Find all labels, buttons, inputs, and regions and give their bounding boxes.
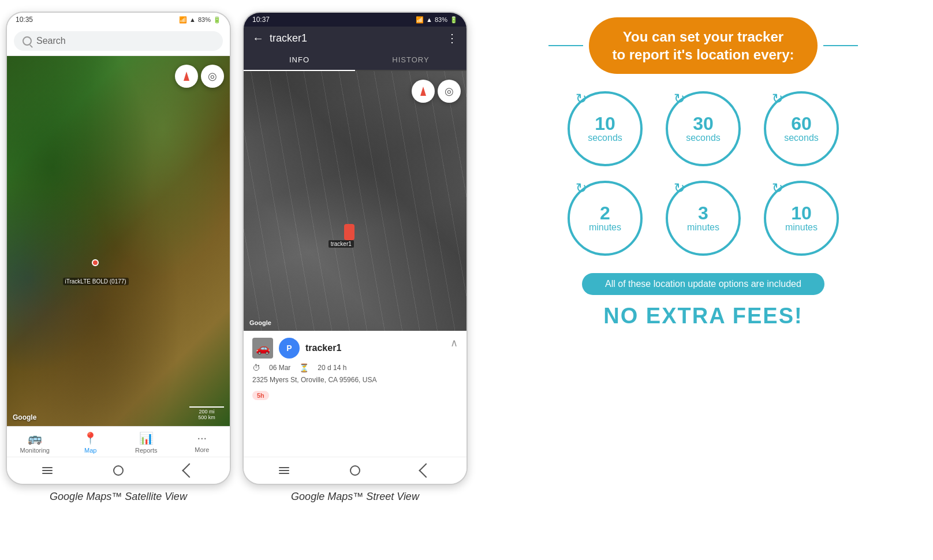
street-map[interactable]: ◎ tracker1 Google bbox=[244, 71, 466, 331]
google-logo: Google bbox=[13, 413, 36, 421]
clock-icon: ⏱ bbox=[252, 363, 260, 372]
sys-home-btn[interactable] bbox=[110, 462, 127, 479]
phone2-tabs: INFO HISTORY bbox=[244, 50, 466, 71]
battery-text: 83% bbox=[198, 16, 211, 23]
monitoring-label: Monitoring bbox=[20, 447, 50, 454]
phone1-time: 10:35 bbox=[16, 16, 33, 24]
time-number-10sec: 10 bbox=[595, 114, 615, 133]
info-date: 06 Mar bbox=[269, 364, 290, 372]
sys2-home-btn[interactable] bbox=[346, 462, 364, 479]
phone2-wrapper: 10:37 📶 ▲ 83% 🔋 ← tracker1 ⋮ INFO bbox=[242, 12, 468, 503]
satellite-map[interactable]: ◎ iTrackLTE BOLD (0177) Google 200 mi 50… bbox=[7, 56, 230, 426]
tracker-avatar: P bbox=[279, 338, 300, 359]
google-logo2: Google bbox=[249, 319, 271, 326]
search-bar[interactable]: Search bbox=[7, 27, 230, 56]
search-input-container[interactable]: Search bbox=[14, 31, 223, 51]
sys2-lines-btn[interactable] bbox=[275, 462, 293, 479]
satellite-overlay bbox=[7, 56, 230, 426]
badge-5h: 5h bbox=[252, 391, 269, 400]
nav-more[interactable]: ··· More bbox=[185, 431, 219, 454]
monitoring-icon: 🚌 bbox=[28, 431, 42, 445]
location-icon2: ◎ bbox=[445, 85, 454, 98]
info-duration: 20 d 14 h bbox=[318, 364, 346, 372]
time-circle-30sec: 30 seconds bbox=[666, 91, 741, 166]
timer-icon: ⏳ bbox=[299, 363, 309, 372]
map-marker bbox=[92, 259, 103, 271]
chevron-up-icon[interactable]: ∧ bbox=[450, 337, 458, 349]
circle-3min: 3 minutes bbox=[666, 181, 741, 256]
phone2-status-bar: 10:37 📶 ▲ 83% 🔋 bbox=[244, 13, 466, 27]
time-unit-3min: minutes bbox=[687, 222, 719, 233]
scale-bar: 200 mi 500 km bbox=[189, 406, 224, 420]
system-nav-bar bbox=[7, 457, 230, 484]
sys2-back-btn[interactable] bbox=[417, 462, 435, 479]
search-icon bbox=[23, 36, 32, 46]
marker-dot bbox=[92, 259, 99, 266]
more-label: More bbox=[195, 446, 209, 453]
phone1-wrapper: 10:35 📶 ▲ 83% 🔋 Search bbox=[6, 12, 231, 503]
sys2-lines-icon bbox=[279, 467, 289, 474]
no-extra-fees: NO EXTRA FEES! bbox=[603, 304, 803, 328]
info-panel: ∧ 🚗 P tracker1 ⏱ 06 Mar ⏳ 20 d 14 h 2325… bbox=[244, 331, 466, 457]
nav-reports[interactable]: 📊 Reports bbox=[129, 431, 163, 454]
sys-back-btn[interactable] bbox=[181, 462, 198, 479]
scale-line bbox=[189, 406, 224, 408]
parking-lines bbox=[244, 71, 466, 331]
circles-grid: 10 seconds 30 seconds 60 seconds 2 minut… bbox=[568, 91, 839, 256]
time-unit-10sec: seconds bbox=[588, 133, 622, 143]
nav-map[interactable]: 📍 Map bbox=[73, 431, 108, 454]
location-button2[interactable]: ◎ bbox=[438, 80, 461, 103]
info-address: 2325 Myers St, Oroville, CA 95966, USA bbox=[252, 376, 458, 384]
infographic-section: You can set your trackerto report it's l… bbox=[473, 0, 933, 346]
info-tracker-name: tracker1 bbox=[305, 343, 341, 353]
p2-battery-text: 83% bbox=[435, 16, 447, 23]
phone1-status-bar: 10:35 📶 ▲ 83% 🔋 bbox=[7, 13, 230, 27]
map-icon: 📍 bbox=[83, 431, 98, 445]
phone1-frame: 10:35 📶 ▲ 83% 🔋 Search bbox=[6, 12, 231, 485]
phone2-frame: 10:37 📶 ▲ 83% 🔋 ← tracker1 ⋮ INFO bbox=[242, 12, 468, 485]
phone1-caption: Google Maps™ Satellite View bbox=[50, 491, 187, 503]
sys-lines-btn[interactable] bbox=[39, 462, 56, 479]
time-number-30sec: 30 bbox=[693, 114, 714, 133]
nav-monitoring[interactable]: 🚌 Monitoring bbox=[17, 431, 52, 454]
info-title-banner: You can set your trackerto report it's l… bbox=[589, 17, 817, 74]
tab-history[interactable]: HISTORY bbox=[355, 50, 466, 70]
time-number-10min: 10 bbox=[791, 204, 812, 222]
sys-circle-icon bbox=[113, 465, 124, 476]
location-button[interactable]: ◎ bbox=[201, 65, 224, 88]
time-unit-30sec: seconds bbox=[686, 133, 721, 143]
compass-needle bbox=[184, 72, 189, 81]
back-button[interactable]: ← bbox=[252, 32, 264, 45]
more-icon: ··· bbox=[197, 431, 207, 445]
location-icon: ◎ bbox=[208, 70, 217, 83]
signal-icon: ▲ bbox=[189, 16, 196, 23]
info-header-row: 🚗 P tracker1 bbox=[252, 338, 458, 359]
phone2-status-icons: 📶 ▲ 83% 🔋 bbox=[416, 16, 458, 24]
phone2-time: 10:37 bbox=[252, 16, 270, 24]
wifi-icon: 📶 bbox=[179, 16, 187, 24]
time-number-3min: 3 bbox=[698, 204, 708, 222]
phone2-title: tracker1 bbox=[270, 32, 441, 44]
compass-button2[interactable] bbox=[412, 80, 435, 103]
compass-needle2 bbox=[420, 87, 426, 96]
tracker-label: iTrackLTE BOLD (0177) bbox=[63, 278, 129, 285]
p2-wifi-icon: 📶 bbox=[416, 16, 424, 24]
compass-button[interactable] bbox=[175, 65, 198, 88]
sys2-circle-icon bbox=[350, 465, 360, 476]
info-title-text: You can set your trackerto report it's l… bbox=[612, 29, 794, 62]
tracker1-map-label: tracker1 bbox=[329, 240, 354, 248]
time-circle-2min: 2 minutes bbox=[568, 181, 643, 256]
circle-10sec: 10 seconds bbox=[568, 91, 643, 166]
circle-30sec: 30 seconds bbox=[666, 91, 741, 166]
more-menu-icon[interactable]: ⋮ bbox=[446, 31, 458, 45]
reports-label: Reports bbox=[135, 447, 158, 454]
time-number-2min: 2 bbox=[600, 204, 610, 222]
phone2-caption: Google Maps™ Street View bbox=[291, 491, 419, 503]
battery-icon: 🔋 bbox=[213, 16, 221, 24]
circle-2min: 2 minutes bbox=[568, 181, 643, 256]
time-circle-10sec: 10 seconds bbox=[568, 91, 643, 166]
tab-info[interactable]: INFO bbox=[244, 50, 355, 71]
p2-signal-icon: ▲ bbox=[426, 16, 432, 23]
tab-history-label: HISTORY bbox=[392, 55, 429, 64]
time-circle-10min: 10 minutes bbox=[764, 181, 839, 256]
